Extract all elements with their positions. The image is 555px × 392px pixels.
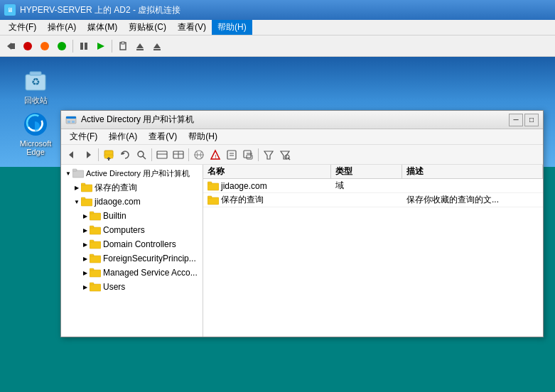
svg-rect-63 [90, 254, 94, 256]
vm-menu-help[interactable]: 帮助(H) [212, 20, 252, 35]
ad-minimize-button[interactable]: ─ [509, 114, 523, 126]
ad-tool-btn3[interactable] [191, 147, 207, 163]
tree-users-label: Users [103, 282, 125, 292]
svg-rect-65 [90, 268, 94, 271]
vm-toolbar-stop-red[interactable] [20, 38, 36, 54]
edge-label: Microsoft Edge [14, 139, 57, 156]
ad-menu-action[interactable]: 操作(A) [103, 129, 143, 144]
svg-marker-0 [7, 43, 11, 50]
vm-menu-media[interactable]: 媒体(M) [82, 20, 123, 35]
vm-menu-view[interactable]: 查看(V) [172, 20, 212, 35]
ad-tool-back[interactable] [64, 147, 80, 163]
svg-rect-11 [136, 49, 144, 50]
ad-cell-desc-saved: 保存你收藏的查询的文... [402, 194, 543, 206]
vm-toolbar-eject1[interactable] [132, 38, 148, 54]
svg-rect-70 [208, 197, 219, 205]
ad-col-desc[interactable]: 描述 [402, 165, 543, 178]
ad-content: ▼ Active Directory 用户和计算机 ▶ 保存的查询 [61, 165, 543, 337]
tree-item-saved-queries[interactable]: ▶ 保存的查询 [61, 180, 203, 195]
ad-tool-btn1[interactable] [154, 147, 170, 163]
svg-marker-22 [69, 151, 73, 158]
ad-tool-filter[interactable] [261, 147, 276, 163]
ad-maximize-button[interactable]: □ [524, 114, 539, 126]
vm-toolbar-pause[interactable] [76, 38, 92, 54]
svg-rect-31 [157, 151, 167, 158]
svg-marker-12 [153, 43, 161, 48]
vm-toolbar-sep2 [112, 40, 112, 53]
ad-tool-forward[interactable] [80, 147, 96, 163]
ad-tool-btn6[interactable] [240, 147, 256, 163]
vm-toolbar-play[interactable] [93, 38, 109, 54]
recycle-bin-icon[interactable]: ♻ 回收站 [14, 67, 57, 106]
ad-tool-refresh[interactable] [117, 147, 133, 163]
ad-tool-btn7[interactable] [277, 147, 293, 163]
ad-tool-sep2 [151, 148, 152, 161]
vm-menubar: 文件(F) 操作(A) 媒体(M) 剪贴板(C) 查看(V) 帮助(H) [0, 20, 555, 36]
ad-panel-row-saved[interactable]: 保存的查询 保存你收藏的查询的文... [203, 193, 543, 207]
vm-menu-action[interactable]: 操作(A) [42, 20, 82, 35]
tree-item-domain-controllers[interactable]: ▶ Domain Controllers [61, 237, 203, 251]
svg-text:♻: ♻ [31, 76, 41, 87]
vm-toolbar-clipboard[interactable] [115, 38, 131, 54]
svg-marker-23 [87, 151, 91, 158]
ad-tool-btn5[interactable] [224, 147, 239, 163]
tree-item-jidaoge[interactable]: ▼ jidaoge.com [61, 195, 203, 209]
ad-panel-row-jidaoge[interactable]: jidaoge.com 域 [203, 179, 543, 193]
svg-rect-1 [11, 43, 15, 49]
vm-toolbar [0, 36, 555, 57]
ad-titlebar-buttons: ─ □ [509, 114, 539, 126]
tree-chevron-foreign: ▶ [81, 254, 90, 263]
tree-saved-label: 保存的查询 [95, 182, 137, 194]
svg-line-30 [143, 156, 146, 159]
ad-titlebar: Active Directory 用户和计算机 ─ □ [61, 111, 543, 129]
tree-item-managed[interactable]: ▶ Managed Service Acco... [61, 266, 203, 280]
ad-menu-file[interactable]: 文件(F) [64, 129, 103, 144]
tree-dc-icon [90, 239, 101, 249]
svg-point-2 [23, 42, 32, 50]
svg-rect-6 [85, 43, 87, 50]
vm-menu-clipboard[interactable]: 剪贴板(C) [123, 20, 172, 35]
svg-text:!: ! [215, 153, 217, 160]
ad-titlebar-title: Active Directory 用户和计算机 [81, 114, 505, 126]
ad-col-type[interactable]: 类型 [331, 165, 402, 178]
tree-jidaoge-icon [81, 197, 92, 207]
tree-item-foreign[interactable]: ▶ ForeignSecurityPrincip... [61, 251, 203, 266]
edge-icon-container[interactable]: Microsoft Edge [14, 111, 57, 156]
ad-menu-help[interactable]: 帮助(H) [183, 129, 223, 144]
tree-item-users[interactable]: ▶ Users [61, 280, 203, 294]
vm-toolbar-eject2[interactable] [149, 38, 165, 54]
vm-menu-file[interactable]: 文件(F) [3, 20, 42, 35]
vm-toolbar-stop-green[interactable] [54, 38, 70, 54]
vm-toolbar-stop-orange[interactable] [37, 38, 53, 54]
svg-rect-13 [153, 49, 161, 50]
svg-rect-64 [90, 270, 101, 277]
ad-menu-view[interactable]: 查看(V) [143, 129, 183, 144]
tree-dc-label: Domain Controllers [103, 239, 176, 249]
tree-item-computers[interactable]: ▶ Computers [61, 223, 203, 237]
ad-tool-btn2[interactable] [171, 147, 186, 163]
svg-rect-9 [122, 42, 124, 44]
ad-menubar: 文件(F) 操作(A) 查看(V) 帮助(H) [61, 129, 543, 145]
tree-chevron-users: ▶ [81, 283, 90, 291]
svg-point-49 [285, 155, 289, 159]
svg-rect-40 [227, 151, 236, 159]
tree-root-label: Active Directory 用户和计算机 [86, 168, 190, 179]
svg-rect-68 [208, 183, 219, 190]
svg-rect-67 [90, 283, 94, 285]
ad-toolbar: ! [61, 145, 543, 165]
ad-tool-sep4 [258, 148, 259, 161]
tree-item-root[interactable]: ▼ Active Directory 用户和计算机 [61, 166, 203, 180]
svg-rect-15 [30, 72, 41, 75]
ad-tool-search[interactable] [134, 147, 149, 163]
tree-users-icon [90, 282, 101, 292]
svg-rect-19 [66, 116, 76, 119]
saved-row-name: 保存的查询 [221, 194, 264, 206]
vm-toolbar-back[interactable] [3, 38, 18, 54]
tree-item-builtin[interactable]: ▶ Builtin [61, 209, 203, 223]
svg-point-29 [138, 151, 144, 157]
vm-titlebar: 🖥 HYPERV-SERVER 上的 AD2 - 虚拟机连接 [0, 0, 555, 20]
ad-col-name[interactable]: 名称 [203, 165, 331, 178]
ad-tool-up[interactable] [101, 147, 117, 163]
vm-toolbar-sep1 [72, 40, 73, 53]
ad-tool-btn4[interactable]: ! [208, 147, 223, 163]
